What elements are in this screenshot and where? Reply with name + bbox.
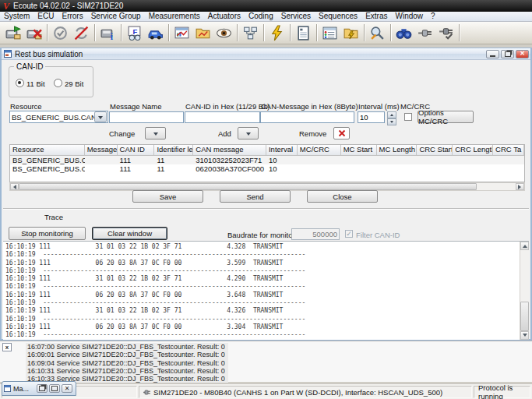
list-window-icon [295,25,312,41]
folder-import-button[interactable] [340,23,361,43]
close-panel-button[interactable]: x [2,343,12,351]
menu-item-errors[interactable]: Errors [58,12,86,21]
change-button[interactable] [145,127,166,139]
column-header[interactable]: Message ... [85,145,118,155]
scroll-down-button[interactable] [520,331,529,340]
menu-item-coding[interactable]: Coding [245,12,277,21]
chart-window-button[interactable] [171,23,192,43]
column-header[interactable]: Resource [10,145,85,155]
sync-disabled-button[interactable] [71,23,92,43]
check-button[interactable] [50,23,71,43]
save-delete-button[interactable] [23,23,44,43]
connection-status-text: SIM271DE20 - M80B40 (CANHS 1 on Part W (… [153,388,442,397]
eye-button[interactable] [213,23,234,43]
scroll-right-button[interactable] [516,183,524,190]
close-window-button[interactable]: ✕ [516,50,529,58]
column-header[interactable]: CRC Length [453,145,493,155]
save-send-button[interactable] [2,23,23,43]
menu-item-services[interactable]: Services [277,12,315,21]
interval-input[interactable] [358,111,385,123]
remove-button[interactable] [333,127,350,139]
scrollbar-thumb[interactable] [520,302,529,331]
lightning-button[interactable] [266,23,287,43]
add-button[interactable] [238,127,259,139]
scroll-left-button[interactable] [10,183,19,190]
folder-import-icon [343,25,359,41]
mc-crc-checkbox[interactable] [404,113,412,121]
menu-item-ecu[interactable]: ECU [33,12,58,21]
chevron-down-icon [153,132,158,138]
can-message-input[interactable] [260,111,354,123]
cell-message [85,164,118,173]
column-header[interactable]: Identifier le... [154,145,193,155]
list-window-button[interactable] [293,23,314,43]
scrollbar-thumb[interactable] [19,183,477,190]
scroll-up-button[interactable] [520,242,529,250]
resource-combobox[interactable]: BS_GENERIC_BUS.CANHS.1.Part [9,111,108,123]
sync-disabled-icon [73,25,90,41]
column-header[interactable]: MC Start [341,145,377,155]
interval-stepper[interactable] [387,111,396,123]
disk-info-icon: i [100,25,116,41]
table-row[interactable]: BS_GENERIC_BUS.CANH...111110620038A370CF… [10,164,524,173]
column-header[interactable]: CAN ID [118,145,155,155]
column-header[interactable]: MC Length [377,145,417,155]
can-id-hex-label: CAN-ID in Hex (11/29 Bit) [185,102,270,111]
column-header[interactable]: CRC Start [417,145,453,155]
radio-11bit[interactable]: 11 Bit [16,79,45,88]
send-button[interactable]: Send [220,190,291,203]
save-button[interactable]: Save [132,190,203,203]
menu-item-extras[interactable]: Extras [361,12,391,21]
can-id-input[interactable] [185,111,260,123]
menu-item-window[interactable]: Window [391,12,427,21]
menu-item-service-group[interactable]: Service Group [87,12,145,21]
table-values-button[interactable] [319,23,340,43]
trace-log[interactable]: 16:10:19 111 31 01 03 22 1B 02 3F 71 4.3… [3,241,529,340]
column-header[interactable]: CRC Ta [493,145,524,155]
search-button[interactable] [393,23,414,43]
cell-message [85,156,118,164]
trace-line: 16:10:19 -------------------------------… [3,251,520,259]
column-header[interactable]: CAN message [193,145,266,155]
window-icon [4,385,11,392]
close-button[interactable]: Close [307,190,378,203]
trace-vertical-scrollbar[interactable] [520,242,529,340]
interval-down-button[interactable] [387,118,396,125]
menu-item-system[interactable]: System [0,12,33,21]
measurement-f-button[interactable]: F [124,23,145,43]
menu-item-measurements[interactable]: Measurements [145,12,204,21]
column-header[interactable]: MC/CRC [298,145,341,155]
trace-line: 16:10:19 -------------------------------… [3,299,520,307]
menu-item-actuators[interactable]: Actuators [204,12,245,21]
column-header[interactable]: Interval [266,145,298,155]
folder-chart-button[interactable] [192,23,213,43]
disk-info-button[interactable]: i [97,23,118,43]
resource-value: BS_GENERIC_BUS.CANHS.1.Part [10,113,94,122]
interval-up-button[interactable] [387,111,396,118]
menu-item-sequences[interactable]: Sequences [315,12,361,21]
minimized-window[interactable]: Ma... ✕ [2,381,76,396]
clear-window-button[interactable]: Clear window [92,227,167,240]
options-mc-crc-button[interactable]: Options MC/CRC [417,111,474,123]
disconnect-button[interactable] [414,23,435,43]
trace-line: 16:10:19 111 31 01 03 22 1B 02 3F 71 4.3… [3,307,520,315]
tree-view-button[interactable] [240,23,261,43]
connect-button[interactable] [435,23,456,43]
maximize-button[interactable] [49,384,60,393]
resource-dropdown-button[interactable] [94,111,107,122]
menubar: System ECU Errors Service Group Measurem… [0,12,532,22]
service-tools-button[interactable] [367,23,388,43]
close-minimized-button[interactable]: ✕ [62,384,72,393]
stop-monitoring-button[interactable]: Stop monitoring [9,227,86,240]
restore-button[interactable] [37,384,48,393]
table-row[interactable]: BS_GENERIC_BUS.CANH...111113101032252023… [10,156,524,164]
trace-line: 16:10:19 111 06 20 03 8A 37 0C F0 00 3.5… [3,260,520,267]
message-name-input[interactable] [109,111,184,123]
radio-29bit[interactable]: 29 Bit [54,79,83,88]
minimize-button[interactable] [486,50,499,58]
remove-label: Remove [299,129,326,138]
restore-button[interactable] [501,50,514,58]
menu-item-help[interactable]: ? [427,12,439,21]
car-button[interactable] [145,23,166,43]
window-icon [4,50,12,58]
